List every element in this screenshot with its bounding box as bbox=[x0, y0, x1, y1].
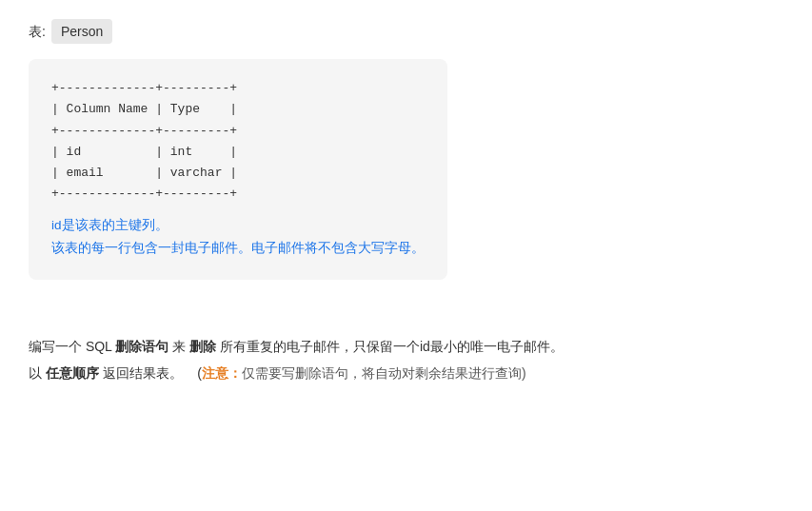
description-line-2: 该表的每一行包含一封电子邮件。电子邮件将不包含大写字母。 bbox=[51, 237, 425, 260]
q-bold3: 任意顺序 bbox=[46, 365, 99, 381]
description-line-1: id是该表的主键列。 bbox=[51, 214, 425, 237]
q-pre1: 编写一个 SQL bbox=[29, 339, 115, 354]
note-content: 仅需要写删除语句，将自动对剩余结果进行查询) bbox=[242, 365, 526, 381]
q-mid2: 返回结果表。 bbox=[99, 365, 183, 381]
table-name-badge: Person bbox=[51, 19, 112, 44]
schema-content: +-------------+---------+ | Column Name … bbox=[51, 78, 425, 205]
question-line-1: 编写一个 SQL 删除语句 来 删除 所有重复的电子邮件，只保留一个id最小的唯… bbox=[29, 333, 783, 360]
question-line-2: 以 任意顺序 返回结果表。 (注意：仅需要写删除语句，将自动对剩余结果进行查询) bbox=[29, 360, 783, 386]
q-bold2: 删除 bbox=[189, 339, 216, 354]
q-mid1: 来 bbox=[168, 339, 189, 354]
question-block: 编写一个 SQL 删除语句 来 删除 所有重复的电子邮件，只保留一个id最小的唯… bbox=[29, 333, 783, 386]
table-label-row: 表: Person bbox=[29, 19, 783, 44]
note-label: 注意： bbox=[202, 365, 242, 381]
spacer bbox=[29, 295, 783, 324]
q-pre2: 以 bbox=[29, 365, 46, 381]
q-bold1: 删除语句 bbox=[115, 339, 168, 354]
q-post1: 所有重复的电子邮件，只保留一个id最小的唯一电子邮件。 bbox=[216, 339, 564, 354]
description-block: id是该表的主键列。 该表的每一行包含一封电子邮件。电子邮件将不包含大写字母。 bbox=[51, 214, 425, 261]
table-prefix-label: 表: bbox=[29, 21, 46, 42]
schema-box: +-------------+---------+ | Column Name … bbox=[29, 59, 447, 279]
